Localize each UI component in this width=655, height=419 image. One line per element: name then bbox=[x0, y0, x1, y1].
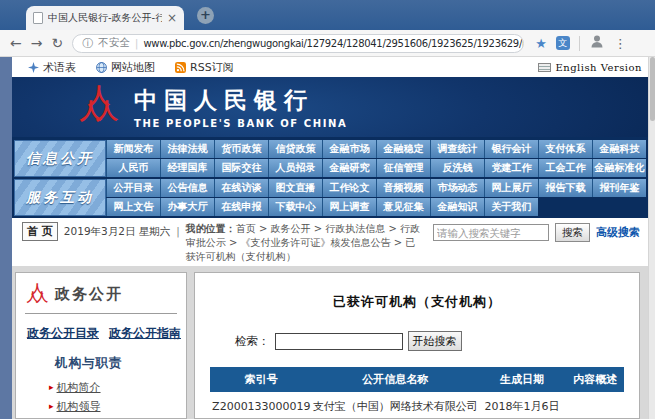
sidebar-link[interactable]: 机构简介 bbox=[57, 378, 101, 397]
page-scrollbar[interactable] bbox=[648, 57, 655, 419]
nav-item[interactable]: 人民币 bbox=[106, 159, 160, 177]
breadcrumb-link[interactable]: 政务公开 bbox=[271, 223, 311, 234]
nav-item[interactable]: 金融科技 bbox=[592, 140, 646, 158]
nav-item[interactable]: 经理国库 bbox=[160, 159, 214, 177]
breadcrumb-link[interactable]: 《支付业务许可证》核发信息公告 bbox=[241, 237, 391, 248]
nav-item[interactable]: 关于我们 bbox=[484, 198, 538, 216]
nav-item[interactable]: 公开目录 bbox=[106, 179, 160, 197]
nav-item[interactable]: 办事大厅 bbox=[160, 198, 214, 216]
nav-item[interactable]: 图文直播 bbox=[268, 179, 322, 197]
main-panel: 已获许可机构（支付机构） 检索： 开始搜索 索引号公开信息名称生成日期内容概述 … bbox=[194, 272, 640, 419]
nav-item[interactable]: 货币政策 bbox=[214, 140, 268, 158]
content-area: 人人人 政务公开 政务公开目录 政务公开指南 机构与职责 ▸机构简介▸机构领导▸… bbox=[12, 266, 648, 419]
forward-button[interactable]: → bbox=[31, 36, 43, 50]
globe-icon bbox=[96, 62, 107, 73]
bank-name-block: 中国人民银行 THE PEOPLE'S BANK OF CHINA bbox=[134, 85, 347, 129]
nav-item[interactable]: 报告下载 bbox=[538, 179, 592, 197]
nav-item[interactable]: 网上展厅 bbox=[484, 179, 538, 197]
breadcrumb-pipe: | bbox=[176, 225, 180, 237]
nav-item[interactable]: 支付体系 bbox=[538, 140, 592, 158]
nav-item[interactable]: 下载中心 bbox=[268, 198, 322, 216]
nav-item[interactable]: 金融市场 bbox=[322, 140, 376, 158]
nav-item[interactable]: 网上文告 bbox=[106, 198, 160, 216]
table-filter: 检索： 开始搜索 bbox=[235, 331, 629, 351]
nav-item[interactable]: 金融研究 bbox=[322, 159, 376, 177]
filter-input[interactable] bbox=[275, 333, 403, 350]
nav-item[interactable]: 征信管理 bbox=[376, 159, 430, 177]
translate-icon[interactable]: 文 bbox=[556, 36, 570, 50]
info-icon[interactable]: ⓘ bbox=[82, 36, 93, 51]
nav-item[interactable]: 国际交往 bbox=[214, 159, 268, 177]
compass-icon bbox=[28, 62, 39, 73]
nav-item[interactable]: 金融标准化 bbox=[592, 159, 646, 177]
toolbar-separator bbox=[579, 36, 580, 51]
advanced-search-link[interactable]: 高级搜索 bbox=[596, 225, 640, 240]
browser-tab[interactable]: 中国人民银行-政务公开-行政执法 × bbox=[26, 6, 184, 30]
nav-item[interactable]: 公告信息 bbox=[160, 179, 214, 197]
url-bar[interactable]: ⓘ 不安全 | www.pbc.gov.cn/zhengwugongkai/12… bbox=[72, 34, 524, 53]
nav-group-services: 服务互动 公开目录公告信息在线访谈图文直播工作论文音频视频市场动态网上展厅报告下… bbox=[14, 179, 646, 216]
sidebar-item[interactable]: ▸机构简介 bbox=[49, 378, 177, 397]
current-date: 2019年3月2日 星期六 bbox=[64, 225, 170, 239]
site-search-button[interactable]: 搜索 bbox=[555, 223, 590, 242]
sidebar: 人人人 政务公开 政务公开目录 政务公开指南 机构与职责 ▸机构简介▸机构领导▸… bbox=[15, 272, 187, 419]
tab-close-icon[interactable]: × bbox=[167, 12, 177, 24]
rss-link[interactable]: RSS订阅 bbox=[175, 60, 234, 75]
nav-item[interactable]: 网上调查 bbox=[322, 198, 376, 216]
main-navigation: 信息公开 新闻发布法律法规货币政策信贷政策金融市场金融稳定调查统计银行会计支付体… bbox=[12, 137, 648, 218]
nav-item[interactable]: 意见征集 bbox=[376, 198, 430, 216]
home-button[interactable]: 首 页 bbox=[22, 222, 58, 241]
nav-item[interactable]: 党建工作 bbox=[484, 159, 538, 177]
bookmark-star-icon[interactable]: ★ bbox=[535, 36, 547, 51]
breadcrumb: 我的位置：首页 > 政务公开 > 行政执法信息 > 行政审批公示 > 《支付业务… bbox=[186, 222, 422, 264]
sidebar-link[interactable]: 机构领导 bbox=[57, 397, 101, 416]
licensed-institutions-table: 索引号公开信息名称生成日期内容概述 Z2000133000019支付宝（中国）网… bbox=[210, 367, 624, 419]
sitemap-link[interactable]: 网站地图 bbox=[96, 60, 155, 75]
profile-avatar-icon[interactable] bbox=[589, 33, 605, 53]
url-divider: | bbox=[135, 37, 139, 50]
page-favicon-icon bbox=[33, 12, 43, 24]
english-version-link[interactable]: English Version bbox=[538, 62, 642, 73]
nav-item[interactable]: 银行会计 bbox=[484, 140, 538, 158]
filter-search-button[interactable]: 开始搜索 bbox=[408, 331, 462, 351]
nav-label-info-disclosure[interactable]: 信息公开 bbox=[14, 140, 106, 177]
nav-item[interactable]: 音频视频 bbox=[376, 179, 430, 197]
nav-item[interactable]: 法律法规 bbox=[160, 140, 214, 158]
sidebar-item[interactable]: ▸机构领导 bbox=[49, 397, 177, 416]
nav-group-info-disclosure: 信息公开 新闻发布法律法规货币政策信贷政策金融市场金融稳定调查统计银行会计支付体… bbox=[14, 140, 646, 177]
nav-item[interactable]: 人员招录 bbox=[268, 159, 322, 177]
keyboard-icon bbox=[538, 63, 551, 72]
nav-label-services[interactable]: 服务互动 bbox=[14, 179, 106, 216]
sidebar-section-title: 机构与职责 bbox=[55, 355, 177, 372]
table-cell: Z2000133000019 bbox=[210, 392, 313, 419]
sidebar-link-disclosure-catalog[interactable]: 政务公开目录 bbox=[27, 325, 99, 342]
breadcrumb-link[interactable]: 行政执法信息 bbox=[325, 223, 385, 234]
table-cell bbox=[566, 392, 624, 419]
nav-item[interactable]: 金融稳定 bbox=[376, 140, 430, 158]
new-tab-button[interactable]: + bbox=[197, 7, 214, 24]
breadcrumb-link[interactable]: 首页 bbox=[236, 223, 256, 234]
browser-menu-icon[interactable]: ⋮ bbox=[614, 36, 627, 51]
glossary-link[interactable]: 术语表 bbox=[28, 60, 76, 75]
reload-button[interactable]: ↻ bbox=[51, 36, 63, 50]
nav-item[interactable]: 在线访谈 bbox=[214, 179, 268, 197]
sidebar-top-links: 政务公开目录 政务公开指南 bbox=[27, 325, 177, 342]
nav-item[interactable]: 金融知识 bbox=[430, 198, 484, 216]
nav-item[interactable]: 反洗钱 bbox=[430, 159, 484, 177]
nav-item[interactable]: 报刊年鉴 bbox=[592, 179, 646, 197]
scrollbar-thumb[interactable] bbox=[650, 57, 655, 121]
table-row[interactable]: Z2000133000019支付宝（中国）网络技术有限公司2018年1月6日 bbox=[210, 392, 624, 419]
sidebar-header: 人人人 政务公开 bbox=[25, 281, 177, 314]
nav-item[interactable]: 信贷政策 bbox=[268, 140, 322, 158]
site-search-input[interactable] bbox=[433, 224, 549, 241]
nav-item[interactable]: 工作论文 bbox=[322, 179, 376, 197]
page-area: 术语表 网站地图 RSS订阅 English Version 人人人 bbox=[0, 57, 655, 419]
sidebar-link-disclosure-guide[interactable]: 政务公开指南 bbox=[109, 325, 181, 342]
nav-item[interactable]: 新闻发布 bbox=[106, 140, 160, 158]
nav-item[interactable]: 市场动态 bbox=[430, 179, 484, 197]
back-button[interactable]: ← bbox=[10, 36, 22, 50]
nav-item[interactable]: 在线申报 bbox=[214, 198, 268, 216]
nav-item[interactable]: 工会工作 bbox=[538, 159, 592, 177]
bank-name-en: THE PEOPLE'S BANK OF CHINA bbox=[134, 118, 347, 129]
nav-item[interactable]: 调查统计 bbox=[430, 140, 484, 158]
